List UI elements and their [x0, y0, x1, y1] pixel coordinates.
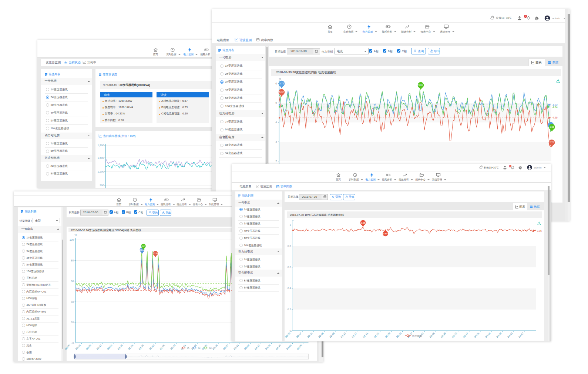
svg-text:5.75: 5.75 — [279, 82, 284, 85]
svg-text:0.2: 0.2 — [288, 308, 291, 311]
svg-text:83.34: 83.34 — [153, 253, 158, 254]
svg-text:6: 6 — [275, 82, 277, 85]
svg-text:IA: IA — [187, 347, 189, 349]
svg-text:4.26: 4.26 — [552, 116, 558, 119]
svg-text:03:58: 03:58 — [243, 344, 250, 350]
svg-text:0.95: 0.95 — [537, 230, 542, 232]
svg-text:01:10: 01:10 — [117, 344, 123, 350]
svg-text:01:27: 01:27 — [351, 332, 357, 338]
svg-text:03:47: 03:47 — [463, 332, 469, 338]
svg-text:%: % — [279, 78, 281, 80]
svg-text:0.89: 0.89 — [383, 233, 387, 235]
svg-text:05:08: 05:08 — [296, 344, 303, 350]
svg-text:04:29: 04:29 — [496, 332, 502, 338]
svg-text:02:20: 02:20 — [170, 344, 176, 350]
svg-text:00:45: 00:45 — [318, 332, 324, 338]
svg-text:01:38: 01:38 — [138, 344, 144, 350]
svg-text:%: % — [75, 234, 77, 236]
svg-text:03:44: 03:44 — [233, 344, 239, 350]
svg-text:01:41: 01:41 — [362, 332, 369, 338]
svg-text:0: 0 — [289, 330, 291, 332]
svg-text:04:15: 04:15 — [485, 332, 491, 338]
svg-text:100: 100 — [70, 238, 74, 241]
svg-text:0.98: 0.98 — [361, 222, 365, 224]
svg-text:1,200: 1,200 — [97, 170, 104, 173]
svg-text:03:33: 03:33 — [451, 332, 457, 338]
svg-text:0: 0 — [73, 342, 74, 344]
svg-text:1,500: 1,500 — [97, 157, 104, 159]
svg-text:4: 4 — [275, 121, 277, 124]
svg-text:2: 2 — [275, 160, 277, 163]
svg-text:04:57: 04:57 — [518, 332, 524, 338]
svg-text:5.69: 5.69 — [419, 84, 423, 86]
svg-text:0.6: 0.6 — [288, 266, 291, 268]
svg-text:01:52: 01:52 — [149, 344, 155, 350]
svg-text:5.32: 5.32 — [279, 91, 284, 93]
svg-text:40: 40 — [71, 301, 74, 303]
svg-text:IC: IC — [209, 347, 212, 349]
svg-text:60: 60 — [71, 280, 74, 283]
svg-text:00:31: 00:31 — [307, 332, 313, 338]
svg-text:1,800: 1,800 — [97, 144, 104, 147]
svg-text:01:55: 01:55 — [373, 332, 380, 338]
svg-text:03:16: 03:16 — [212, 344, 218, 350]
svg-text:02:06: 02:06 — [159, 344, 165, 350]
svg-text:00:42: 00:42 — [96, 344, 102, 350]
svg-text:5: 5 — [275, 101, 277, 105]
svg-text:00:14: 00:14 — [75, 344, 81, 350]
svg-text:02:23: 02:23 — [396, 332, 402, 338]
svg-text:80: 80 — [71, 259, 74, 262]
svg-text:4.84: 4.84 — [552, 106, 558, 108]
svg-text:IB: IB — [198, 347, 201, 349]
svg-text:03:05: 03:05 — [429, 332, 435, 338]
svg-text:04:01: 04:01 — [474, 332, 480, 338]
svg-text:3.55: 3.55 — [550, 126, 554, 128]
svg-text:04:12: 04:12 — [254, 344, 261, 350]
svg-text:04:43: 04:43 — [507, 332, 513, 338]
svg-text:2.75: 2.75 — [550, 141, 554, 144]
svg-text:00:56: 00:56 — [107, 344, 113, 350]
svg-text:02:09: 02:09 — [384, 332, 391, 338]
svg-text:01:24: 01:24 — [128, 344, 134, 350]
svg-text:03:30: 03:30 — [222, 344, 229, 350]
svg-text:1: 1 — [289, 224, 291, 226]
svg-text:0.4: 0.4 — [288, 287, 291, 290]
svg-text:900: 900 — [100, 184, 104, 187]
svg-text:89.7: 89.7 — [141, 245, 145, 247]
svg-text:01:13: 01:13 — [340, 332, 346, 338]
svg-text:04:40: 04:40 — [275, 344, 282, 350]
svg-text:03:19: 03:19 — [440, 332, 446, 338]
svg-text:86.38: 86.38 — [140, 249, 144, 251]
svg-text:00:28: 00:28 — [85, 344, 92, 350]
svg-text:功率因数: 功率因数 — [412, 335, 423, 338]
svg-text:04:54: 04:54 — [286, 344, 292, 350]
svg-text:00:17: 00:17 — [296, 332, 302, 338]
svg-text:03:02: 03:02 — [201, 344, 208, 350]
svg-text:3: 3 — [275, 140, 277, 143]
svg-text:20: 20 — [71, 321, 74, 324]
svg-text:00:59: 00:59 — [329, 332, 335, 338]
svg-text:00:03: 00:03 — [285, 332, 291, 338]
svg-text:04:26: 04:26 — [265, 344, 271, 350]
svg-text:0.8: 0.8 — [288, 245, 291, 247]
